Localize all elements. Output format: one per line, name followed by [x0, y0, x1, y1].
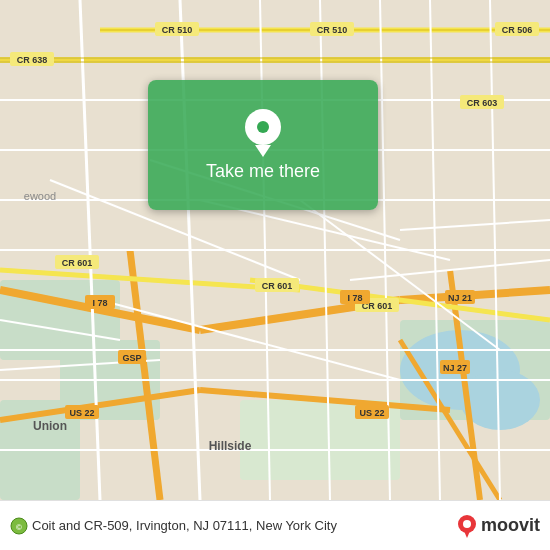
- take-me-there-button[interactable]: Take me there: [148, 80, 378, 210]
- svg-text:CR 510: CR 510: [162, 25, 193, 35]
- svg-text:US 22: US 22: [69, 408, 94, 418]
- svg-text:GSP: GSP: [122, 353, 141, 363]
- svg-marker-84: [464, 531, 470, 538]
- svg-text:CR 601: CR 601: [62, 258, 93, 268]
- svg-text:NJ 27: NJ 27: [443, 363, 467, 373]
- svg-text:Union: Union: [33, 419, 67, 433]
- svg-text:CR 601: CR 601: [262, 281, 293, 291]
- svg-text:ewood: ewood: [24, 190, 56, 202]
- button-label: Take me there: [206, 161, 320, 182]
- moovit-branding: moovit: [457, 514, 540, 538]
- moovit-pin-icon: [457, 514, 477, 538]
- bottom-bar: © Coit and CR-509, Irvington, NJ 07111, …: [0, 500, 550, 550]
- svg-text:I 78: I 78: [347, 293, 362, 303]
- osm-logo: ©: [10, 517, 28, 535]
- svg-text:CR 603: CR 603: [467, 98, 498, 108]
- svg-text:CR 638: CR 638: [17, 55, 48, 65]
- svg-point-83: [463, 520, 471, 528]
- svg-text:CR 510: CR 510: [317, 25, 348, 35]
- attribution-area: © Coit and CR-509, Irvington, NJ 07111, …: [10, 517, 337, 535]
- address-text: Coit and CR-509, Irvington, NJ 07111, Ne…: [32, 518, 337, 533]
- svg-text:NJ 21: NJ 21: [448, 293, 472, 303]
- moovit-text: moovit: [481, 515, 540, 536]
- svg-text:I 78: I 78: [92, 298, 107, 308]
- svg-text:CR 506: CR 506: [502, 25, 533, 35]
- svg-text:US 22: US 22: [359, 408, 384, 418]
- svg-text:Hillside: Hillside: [209, 439, 252, 453]
- location-pin: [245, 109, 281, 153]
- map-container: CR 638 CR 510 CR 510 CR 506 CR 603 CR 60…: [0, 0, 550, 500]
- svg-text:©: ©: [16, 523, 22, 532]
